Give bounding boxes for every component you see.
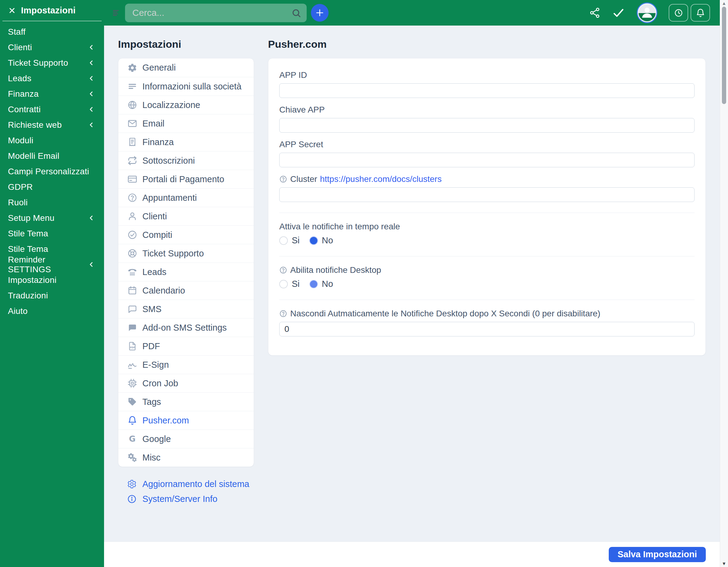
settings-menu-item-calendario[interactable]: Calendario bbox=[118, 281, 254, 300]
desktop-notifications-label: Abilita notifiche Desktop bbox=[290, 265, 381, 275]
content-area: Impostazioni Generali Informazioni sulla… bbox=[104, 26, 720, 541]
settings-menu-item-portali-di-pagamento[interactable]: Portali di Pagamento bbox=[118, 170, 254, 188]
search-input[interactable] bbox=[125, 4, 307, 22]
history-button[interactable] bbox=[669, 4, 688, 22]
settings-menu-item-email[interactable]: Email bbox=[118, 114, 254, 133]
settings-menu-item-add-on-sms-settings[interactable]: Add-on SMS Settings bbox=[118, 318, 254, 337]
settings-menu-item-misc[interactable]: Misc bbox=[118, 448, 254, 467]
sidebar-item-gdpr[interactable]: GDPR bbox=[0, 179, 104, 195]
sidebar-item-richieste-web[interactable]: Richieste web bbox=[0, 117, 104, 133]
app-window: Impostazioni Staff Clienti Ticket Suppor… bbox=[0, 0, 728, 567]
notifications-button[interactable] bbox=[691, 4, 710, 22]
desktop-notifications-radio-no[interactable]: No bbox=[309, 279, 333, 289]
system-server-info-link[interactable]: System/Server Info bbox=[127, 494, 254, 504]
sidebar-item-leads[interactable]: Leads bbox=[0, 71, 104, 86]
auto-hide-label: Nascondi Autmaticamente le Notifiche Des… bbox=[290, 309, 600, 318]
sidebar-item-modelli-email[interactable]: Modelli Email bbox=[0, 148, 104, 164]
sidebar-item-moduli[interactable]: Moduli bbox=[0, 133, 104, 148]
system-update-link[interactable]: Aggiornamento del sistema bbox=[127, 479, 254, 489]
app-id-input[interactable] bbox=[279, 83, 695, 98]
realtime-notifications-radio-no[interactable]: No bbox=[309, 235, 333, 245]
sidebar-title: Impostazioni bbox=[21, 5, 76, 16]
avatar[interactable] bbox=[638, 3, 657, 22]
phone-icon bbox=[127, 267, 137, 277]
check-icon[interactable] bbox=[612, 6, 625, 19]
settings-menu-item-informazioni-sulla-societ[interactable]: Informazioni sulla società bbox=[118, 77, 254, 96]
settings-menu-item-google[interactable]: G Google bbox=[118, 430, 254, 448]
app-secret-input[interactable] bbox=[279, 153, 695, 167]
chevron-left-icon bbox=[88, 90, 95, 97]
sidebar-item-traduzioni[interactable]: Traduzioni bbox=[0, 288, 104, 303]
cluster-input[interactable] bbox=[279, 187, 695, 202]
add-button[interactable] bbox=[311, 4, 329, 22]
sidebar-item-ticket-supporto[interactable]: Ticket Supporto bbox=[0, 55, 104, 71]
realtime-notifications-radio-si[interactable]: Si bbox=[279, 235, 300, 245]
settings-menu-item-pusher-com[interactable]: Pusher.com bbox=[118, 411, 254, 430]
save-settings-button[interactable]: Salva Impostazioni bbox=[609, 547, 706, 562]
bell-icon bbox=[696, 8, 705, 18]
radio-icon bbox=[309, 280, 318, 288]
settings-menu-list: Generali Informazioni sulla società Loca… bbox=[118, 58, 254, 467]
repeat-icon bbox=[127, 156, 137, 165]
settings-menu-item-compiti[interactable]: Compiti bbox=[118, 225, 254, 244]
settings-menu-item-leads[interactable]: Leads bbox=[118, 263, 254, 281]
settings-menu-item-ticket-supporto[interactable]: Ticket Supporto bbox=[118, 244, 254, 263]
auto-hide-seconds-input[interactable] bbox=[279, 322, 695, 336]
desktop-notifications-radio-si[interactable]: Si bbox=[279, 279, 300, 289]
settings-menu-item-cron-job[interactable]: Cron Job bbox=[118, 374, 254, 392]
help-icon bbox=[279, 266, 287, 274]
page-title: Pusher.com bbox=[268, 38, 706, 50]
menu-lines-icon[interactable] bbox=[112, 9, 120, 17]
settings-menu-item-generali[interactable]: Generali bbox=[118, 58, 254, 77]
settings-menu-column: Impostazioni Generali Informazioni sulla… bbox=[118, 26, 254, 541]
settings-menu-item-localizzazione[interactable]: Localizzazione bbox=[118, 96, 254, 114]
auto-hide-group: Nascondi Autmaticamente le Notifiche Des… bbox=[279, 309, 695, 336]
sidebar-item-aiuto[interactable]: Aiuto bbox=[0, 303, 104, 319]
search-icon[interactable] bbox=[291, 8, 301, 18]
settings-menu-item-appuntamenti[interactable]: Appuntamenti bbox=[118, 188, 254, 207]
settings-menu-item-sms[interactable]: SMS bbox=[118, 300, 254, 318]
settings-menu-card: Generali Informazioni sulla società Loca… bbox=[118, 58, 254, 467]
person-icon bbox=[640, 5, 654, 19]
sidebar-item-finanza[interactable]: Finanza bbox=[0, 86, 104, 102]
radio-icon bbox=[309, 236, 318, 245]
sidebar-item-stile-tema[interactable]: Stile Tema bbox=[0, 241, 104, 257]
sidebar-item-reminder-settings[interactable]: Reminder SETTINGS bbox=[0, 257, 104, 272]
app-id-label: APP ID bbox=[279, 70, 695, 80]
settings-menu-item-clienti[interactable]: Clienti bbox=[118, 207, 254, 225]
sidebar-item-clienti[interactable]: Clienti bbox=[0, 40, 104, 55]
scroll-up-arrow[interactable]: ▲ bbox=[720, 1, 728, 6]
settings-form-column: Pusher.com APP ID Chiave APP APP Secret bbox=[268, 26, 706, 541]
scrollbar[interactable]: ▲ ▼ bbox=[720, 0, 728, 567]
clock-icon bbox=[674, 8, 683, 18]
main-pane: Impostazioni Generali Informazioni sulla… bbox=[104, 0, 720, 567]
app-key-input[interactable] bbox=[279, 118, 695, 133]
sidebar-item-impostazioni[interactable]: Impostazioni bbox=[0, 272, 104, 288]
chevron-left-icon bbox=[88, 75, 95, 82]
gear-icon bbox=[127, 479, 137, 489]
credit-card-icon bbox=[127, 174, 137, 184]
chip-icon bbox=[127, 378, 137, 388]
scroll-down-arrow[interactable]: ▼ bbox=[720, 561, 728, 566]
settings-menu-item-e-sign[interactable]: E-Sign bbox=[118, 355, 254, 374]
sidebar-item-campi-personalizzati[interactable]: Campi Personalizzati bbox=[0, 164, 104, 179]
cluster-docs-link[interactable]: https://pusher.com/docs/clusters bbox=[320, 174, 442, 184]
settings-menu-item-finanza[interactable]: Finanza bbox=[118, 133, 254, 151]
close-icon[interactable] bbox=[8, 6, 16, 15]
sidebar-item-ruoli[interactable]: Ruoli bbox=[0, 195, 104, 210]
share-icon[interactable] bbox=[589, 7, 601, 19]
settings-menu-item-tags[interactable]: Tags bbox=[118, 392, 254, 411]
sidebar-item-setup-menu[interactable]: Setup Menu bbox=[0, 210, 104, 226]
tag-icon bbox=[127, 397, 137, 407]
radio-icon bbox=[279, 280, 288, 288]
sidebar-item-stile-tema[interactable]: Stile Tema bbox=[0, 226, 104, 241]
sidebar-item-contratti[interactable]: Contratti bbox=[0, 102, 104, 117]
app-secret-label: APP Secret bbox=[279, 140, 695, 149]
scrollbar-thumb[interactable] bbox=[722, 7, 726, 104]
sidebar-nav: Staff Clienti Ticket Supporto Leads Fina… bbox=[0, 21, 104, 319]
sidebar-item-staff[interactable]: Staff bbox=[0, 24, 104, 40]
settings-menu-item-sottoscrizioni[interactable]: Sottoscrizioni bbox=[118, 151, 254, 170]
realtime-notifications-label: Attiva le notifiche in tempo reale bbox=[279, 222, 400, 231]
topbar-actions bbox=[589, 3, 720, 22]
settings-menu-item-pdf[interactable]: PDF PDF bbox=[118, 337, 254, 355]
